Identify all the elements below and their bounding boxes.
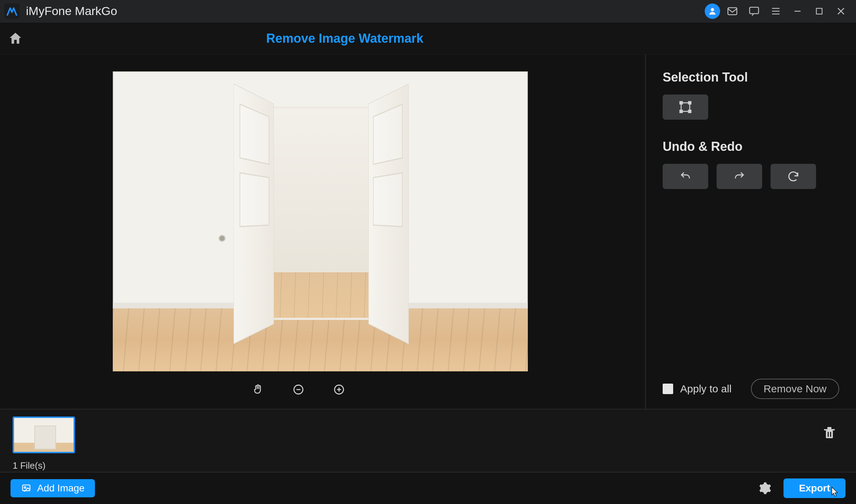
bottom-bar: Add Image Export bbox=[0, 472, 856, 504]
canvas-toolbar bbox=[245, 378, 352, 401]
file-count-label: 1 File(s) bbox=[13, 460, 75, 471]
image-icon bbox=[21, 483, 32, 493]
menu-icon[interactable] bbox=[766, 2, 785, 21]
svg-rect-14 bbox=[830, 432, 831, 437]
add-image-button[interactable]: Add Image bbox=[11, 479, 95, 497]
canvas-area bbox=[0, 55, 646, 409]
side-panel: Selection Tool Undo & Redo bbox=[646, 55, 856, 409]
add-image-label: Add Image bbox=[37, 483, 84, 494]
undo-redo-heading: Undo & Redo bbox=[663, 139, 839, 154]
export-label: Export bbox=[799, 483, 830, 493]
user-account-icon[interactable] bbox=[705, 4, 720, 19]
reset-button[interactable] bbox=[771, 164, 816, 189]
app-title: iMyFone MarkGo bbox=[26, 4, 117, 18]
settings-gear-icon[interactable] bbox=[755, 479, 774, 497]
message-icon[interactable] bbox=[745, 2, 764, 21]
home-icon[interactable] bbox=[7, 30, 24, 47]
svg-point-16 bbox=[24, 486, 26, 488]
filmstrip: 1 File(s) bbox=[0, 409, 856, 472]
pan-hand-icon[interactable] bbox=[245, 378, 270, 401]
thumbnail-item[interactable] bbox=[13, 416, 75, 453]
svg-rect-1 bbox=[728, 8, 737, 15]
page-title: Remove Image Watermark bbox=[266, 31, 423, 46]
remove-now-button[interactable]: Remove Now bbox=[751, 379, 839, 399]
svg-point-0 bbox=[711, 8, 714, 11]
close-icon[interactable] bbox=[831, 2, 850, 21]
svg-rect-12 bbox=[827, 427, 831, 429]
selection-tool-heading: Selection Tool bbox=[663, 70, 839, 85]
main-area: Selection Tool Undo & Redo bbox=[0, 55, 856, 409]
svg-rect-10 bbox=[689, 110, 691, 113]
svg-rect-8 bbox=[689, 102, 691, 104]
apply-to-all-label: Apply to all bbox=[680, 383, 732, 395]
maximize-icon[interactable] bbox=[810, 2, 829, 21]
export-button[interactable]: Export bbox=[783, 478, 845, 498]
redo-button[interactable] bbox=[717, 164, 762, 189]
svg-rect-9 bbox=[680, 110, 682, 113]
undo-button[interactable] bbox=[663, 164, 708, 189]
svg-rect-2 bbox=[750, 7, 759, 13]
mouse-cursor-icon bbox=[831, 486, 840, 497]
zoom-out-icon[interactable] bbox=[286, 378, 311, 401]
svg-rect-7 bbox=[680, 102, 682, 104]
apply-to-all-checkbox[interactable]: Apply to all bbox=[663, 383, 732, 395]
zoom-in-icon[interactable] bbox=[326, 378, 352, 401]
selection-rect-button[interactable] bbox=[663, 94, 708, 120]
app-logo bbox=[4, 4, 20, 19]
svg-rect-11 bbox=[826, 430, 833, 438]
canvas-preview-image[interactable] bbox=[113, 71, 528, 371]
svg-rect-3 bbox=[816, 8, 822, 14]
title-bar: iMyFone MarkGo bbox=[0, 0, 856, 22]
sub-header: Remove Image Watermark bbox=[0, 22, 856, 55]
mail-icon[interactable] bbox=[723, 2, 742, 21]
svg-rect-13 bbox=[828, 432, 829, 437]
trash-icon[interactable] bbox=[819, 422, 840, 443]
minimize-icon[interactable] bbox=[788, 2, 807, 21]
